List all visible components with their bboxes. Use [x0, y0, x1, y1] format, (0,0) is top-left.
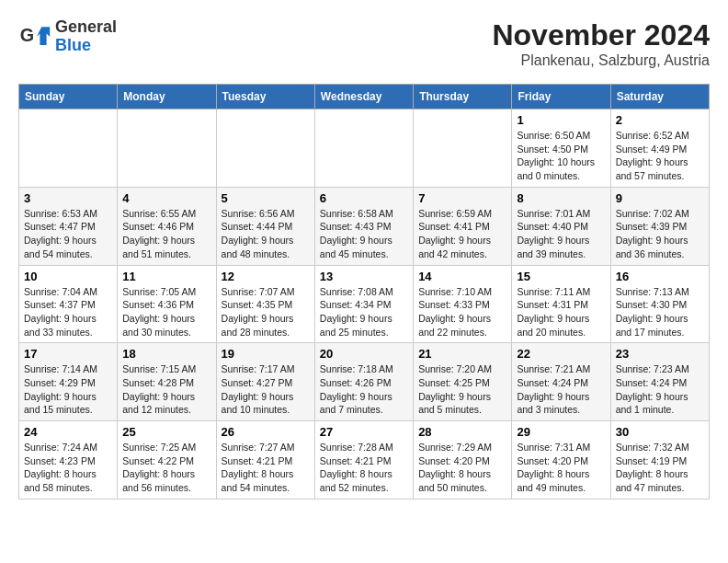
calendar-cell: 5Sunrise: 6:56 AMSunset: 4:44 PMDaylight… — [216, 187, 314, 265]
header-row: Sunday Monday Tuesday Wednesday Thursday… — [19, 85, 710, 109]
day-info: Sunrise: 7:01 AMSunset: 4:40 PMDaylight:… — [517, 207, 605, 261]
day-number: 6 — [320, 191, 408, 205]
day-number: 29 — [517, 425, 605, 439]
day-number: 26 — [222, 425, 310, 439]
calendar-cell: 16Sunrise: 7:13 AMSunset: 4:30 PMDayligh… — [610, 265, 709, 343]
day-info: Sunrise: 6:59 AMSunset: 4:41 PMDaylight:… — [418, 207, 506, 261]
day-number: 10 — [24, 270, 112, 283]
title-block: November 2024 Plankenau, Salzburg, Austr… — [492, 18, 710, 69]
calendar-cell — [414, 109, 512, 188]
logo-text: General Blue — [55, 18, 117, 55]
calendar-cell: 11Sunrise: 7:05 AMSunset: 4:36 PMDayligh… — [118, 265, 216, 343]
day-info: Sunrise: 7:28 AMSunset: 4:21 PMDaylight:… — [320, 441, 408, 495]
day-number: 20 — [320, 347, 408, 361]
page-header: G General Blue November 2024 Plankenau, … — [18, 18, 710, 69]
calendar-table: Sunday Monday Tuesday Wednesday Thursday… — [18, 84, 710, 500]
day-number: 23 — [616, 347, 704, 361]
day-info: Sunrise: 6:53 AMSunset: 4:47 PMDaylight:… — [24, 207, 112, 261]
day-info: Sunrise: 7:13 AMSunset: 4:30 PMDaylight:… — [616, 285, 704, 339]
day-info: Sunrise: 7:24 AMSunset: 4:23 PMDaylight:… — [24, 441, 112, 495]
calendar-cell: 17Sunrise: 7:14 AMSunset: 4:29 PMDayligh… — [19, 343, 118, 421]
day-number: 13 — [320, 270, 408, 283]
day-number: 22 — [517, 347, 605, 361]
logo-general: General — [55, 18, 117, 37]
day-info: Sunrise: 6:56 AMSunset: 4:44 PMDaylight:… — [222, 207, 310, 261]
logo: G General Blue — [18, 18, 117, 55]
page-subtitle: Plankenau, Salzburg, Austria — [492, 52, 710, 69]
calendar-cell: 15Sunrise: 7:11 AMSunset: 4:31 PMDayligh… — [512, 265, 610, 343]
day-info: Sunrise: 7:11 AMSunset: 4:31 PMDaylight:… — [517, 285, 605, 339]
calendar-cell: 21Sunrise: 7:20 AMSunset: 4:25 PMDayligh… — [414, 343, 512, 421]
day-number: 24 — [24, 425, 112, 439]
header-sunday: Sunday — [19, 85, 118, 109]
day-info: Sunrise: 7:04 AMSunset: 4:37 PMDaylight:… — [24, 285, 112, 339]
header-friday: Friday — [512, 85, 610, 109]
calendar-cell — [314, 109, 413, 188]
header-thursday: Thursday — [414, 85, 512, 109]
calendar-cell: 29Sunrise: 7:31 AMSunset: 4:20 PMDayligh… — [512, 421, 610, 500]
calendar-week-3: 10Sunrise: 7:04 AMSunset: 4:37 PMDayligh… — [19, 265, 710, 343]
day-number: 7 — [418, 191, 506, 205]
day-number: 15 — [517, 270, 605, 283]
header-wednesday: Wednesday — [314, 85, 413, 109]
calendar-cell — [118, 109, 216, 188]
calendar-cell: 8Sunrise: 7:01 AMSunset: 4:40 PMDaylight… — [512, 187, 610, 265]
calendar-cell: 24Sunrise: 7:24 AMSunset: 4:23 PMDayligh… — [19, 421, 118, 500]
day-number: 16 — [616, 270, 704, 283]
day-info: Sunrise: 7:05 AMSunset: 4:36 PMDaylight:… — [122, 285, 210, 339]
calendar-cell — [19, 109, 118, 188]
day-number: 2 — [616, 113, 704, 127]
day-info: Sunrise: 7:25 AMSunset: 4:22 PMDaylight:… — [122, 441, 210, 495]
day-info: Sunrise: 6:50 AMSunset: 4:50 PMDaylight:… — [517, 129, 605, 183]
calendar-cell: 26Sunrise: 7:27 AMSunset: 4:21 PMDayligh… — [216, 421, 314, 500]
header-monday: Monday — [118, 85, 216, 109]
calendar-cell: 13Sunrise: 7:08 AMSunset: 4:34 PMDayligh… — [314, 265, 413, 343]
day-info: Sunrise: 6:58 AMSunset: 4:43 PMDaylight:… — [320, 207, 408, 261]
calendar-cell: 22Sunrise: 7:21 AMSunset: 4:24 PMDayligh… — [512, 343, 610, 421]
day-number: 30 — [616, 425, 704, 439]
calendar-cell: 14Sunrise: 7:10 AMSunset: 4:33 PMDayligh… — [414, 265, 512, 343]
day-number: 27 — [320, 425, 408, 439]
day-info: Sunrise: 6:55 AMSunset: 4:46 PMDaylight:… — [122, 207, 210, 261]
calendar-cell: 6Sunrise: 6:58 AMSunset: 4:43 PMDaylight… — [314, 187, 413, 265]
header-saturday: Saturday — [610, 85, 709, 109]
calendar-cell: 27Sunrise: 7:28 AMSunset: 4:21 PMDayligh… — [314, 421, 413, 500]
calendar-cell: 25Sunrise: 7:25 AMSunset: 4:22 PMDayligh… — [118, 421, 216, 500]
day-info: Sunrise: 7:20 AMSunset: 4:25 PMDaylight:… — [418, 362, 506, 417]
logo-blue: Blue — [55, 37, 117, 55]
calendar-cell: 7Sunrise: 6:59 AMSunset: 4:41 PMDaylight… — [414, 187, 512, 265]
calendar-cell — [216, 109, 314, 188]
calendar-cell: 20Sunrise: 7:18 AMSunset: 4:26 PMDayligh… — [314, 343, 413, 421]
day-number: 5 — [222, 191, 310, 205]
svg-marker-1 — [37, 27, 50, 45]
day-info: Sunrise: 7:29 AMSunset: 4:20 PMDaylight:… — [418, 441, 506, 495]
calendar-cell: 12Sunrise: 7:07 AMSunset: 4:35 PMDayligh… — [216, 265, 314, 343]
day-info: Sunrise: 7:07 AMSunset: 4:35 PMDaylight:… — [222, 285, 310, 339]
day-info: Sunrise: 7:10 AMSunset: 4:33 PMDaylight:… — [418, 285, 506, 339]
day-number: 12 — [222, 270, 310, 283]
calendar-cell: 4Sunrise: 6:55 AMSunset: 4:46 PMDaylight… — [118, 187, 216, 265]
calendar-cell: 28Sunrise: 7:29 AMSunset: 4:20 PMDayligh… — [414, 421, 512, 500]
day-number: 9 — [616, 191, 704, 205]
day-number: 19 — [222, 347, 310, 361]
logo-icon: G — [18, 20, 51, 53]
calendar-week-1: 1Sunrise: 6:50 AMSunset: 4:50 PMDaylight… — [19, 109, 710, 188]
svg-text:G: G — [20, 25, 34, 45]
day-number: 4 — [122, 191, 210, 205]
calendar-header: Sunday Monday Tuesday Wednesday Thursday… — [19, 85, 710, 109]
day-number: 1 — [517, 113, 605, 127]
day-info: Sunrise: 7:17 AMSunset: 4:27 PMDaylight:… — [222, 362, 310, 417]
day-info: Sunrise: 7:02 AMSunset: 4:39 PMDaylight:… — [616, 207, 704, 261]
day-number: 17 — [24, 347, 112, 361]
day-number: 25 — [122, 425, 210, 439]
day-info: Sunrise: 7:32 AMSunset: 4:19 PMDaylight:… — [616, 441, 704, 495]
page-title: November 2024 — [492, 18, 710, 52]
calendar-cell: 10Sunrise: 7:04 AMSunset: 4:37 PMDayligh… — [19, 265, 118, 343]
day-info: Sunrise: 7:18 AMSunset: 4:26 PMDaylight:… — [320, 362, 408, 417]
day-number: 3 — [24, 191, 112, 205]
day-info: Sunrise: 7:27 AMSunset: 4:21 PMDaylight:… — [222, 441, 310, 495]
day-number: 18 — [122, 347, 210, 361]
day-number: 14 — [418, 270, 506, 283]
calendar-cell: 30Sunrise: 7:32 AMSunset: 4:19 PMDayligh… — [610, 421, 709, 500]
day-info: Sunrise: 7:23 AMSunset: 4:24 PMDaylight:… — [616, 362, 704, 417]
